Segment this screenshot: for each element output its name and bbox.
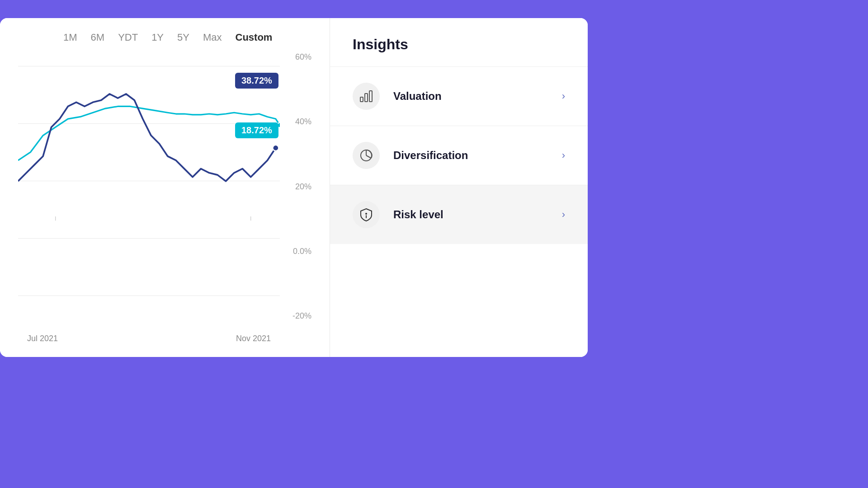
diversification-chevron: › bbox=[562, 150, 565, 161]
y-label-neg20: -20% bbox=[292, 311, 311, 321]
diversification-label: Diversification bbox=[393, 149, 562, 162]
y-axis: 60% 40% 20% 0.0% -20% bbox=[284, 52, 311, 325]
tooltip-blue-container: 38.72% bbox=[235, 73, 251, 77]
y-label-60: 60% bbox=[295, 52, 311, 62]
y-label-0: 0.0% bbox=[293, 247, 311, 256]
pie-chart-icon bbox=[359, 148, 373, 163]
filter-ydt[interactable]: YDT bbox=[118, 32, 138, 43]
svg-rect-6 bbox=[369, 91, 372, 102]
main-container: 1M 6M YDT 1Y 5Y Max Custom bbox=[0, 18, 588, 357]
svg-rect-4 bbox=[360, 97, 363, 102]
filter-custom[interactable]: Custom bbox=[236, 32, 273, 43]
diversification-icon-wrapper bbox=[353, 142, 380, 169]
filter-5y[interactable]: 5Y bbox=[177, 32, 189, 43]
filter-1y[interactable]: 1Y bbox=[151, 32, 164, 43]
filter-1m[interactable]: 1M bbox=[63, 32, 77, 43]
tooltip-cyan-value: 18.72% bbox=[235, 122, 278, 138]
insights-header: Insights bbox=[330, 18, 588, 66]
y-label-40: 40% bbox=[295, 117, 311, 127]
shield-icon bbox=[359, 207, 373, 222]
x-label-nov: Nov 2021 bbox=[236, 334, 271, 343]
svg-point-8 bbox=[365, 213, 367, 215]
y-label-20: 20% bbox=[295, 182, 311, 192]
time-filters: 1M 6M YDT 1Y 5Y Max Custom bbox=[18, 18, 311, 52]
x-label-jul: Jul 2021 bbox=[27, 334, 58, 343]
x-axis: Jul 2021 Nov 2021 bbox=[18, 334, 280, 343]
insight-diversification[interactable]: Diversification › bbox=[330, 126, 588, 185]
valuation-label: Valuation bbox=[393, 90, 562, 103]
insight-valuation[interactable]: Valuation › bbox=[330, 66, 588, 126]
insights-panel: Insights Valuation › bbox=[330, 18, 588, 357]
risk-icon-wrapper bbox=[353, 201, 380, 228]
risk-level-label: Risk level bbox=[393, 208, 562, 221]
risk-level-chevron: › bbox=[562, 209, 565, 221]
filter-6m[interactable]: 6M bbox=[91, 32, 105, 43]
insights-title: Insights bbox=[353, 36, 565, 53]
bar-chart-icon bbox=[359, 89, 373, 103]
tooltip-cyan-container: 18.72% bbox=[235, 122, 251, 127]
tooltip-blue-value: 38.72% bbox=[235, 73, 278, 89]
svg-rect-5 bbox=[365, 94, 368, 102]
filter-max[interactable]: Max bbox=[203, 32, 222, 43]
valuation-chevron: › bbox=[562, 90, 565, 102]
valuation-icon-wrapper bbox=[353, 83, 380, 110]
chart-area: 38.72% 18.72% 60% 40% 20% 0.0% -20% bbox=[18, 52, 311, 343]
svg-point-0 bbox=[273, 145, 278, 151]
chart-panel: 1M 6M YDT 1Y 5Y Max Custom bbox=[0, 18, 330, 357]
insight-risk-level[interactable]: Risk level › bbox=[330, 185, 588, 244]
